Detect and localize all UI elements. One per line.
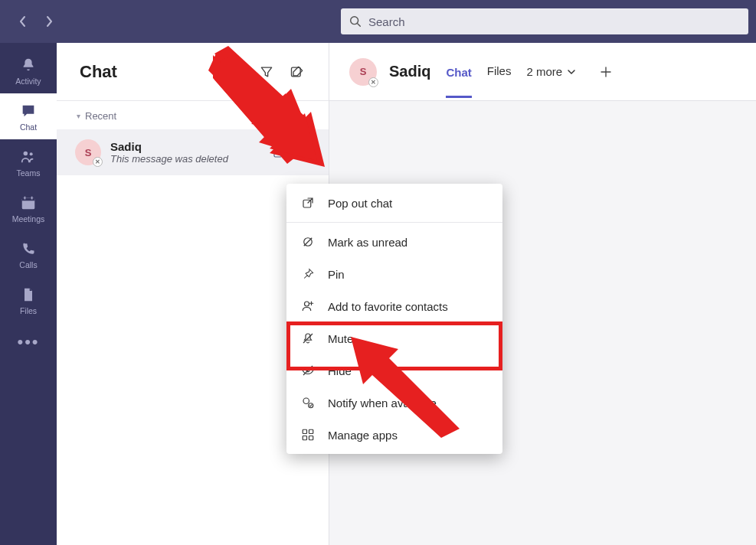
svg-point-13 [305, 302, 309, 306]
tab-files[interactable]: Files [487, 64, 512, 79]
svg-point-2 [24, 151, 28, 155]
ellipsis-icon: ••• [17, 332, 39, 352]
menu-pin[interactable]: Pin [286, 258, 502, 290]
search-placeholder: Search [368, 15, 405, 28]
menu-mark-unread[interactable]: Mark as unread [286, 226, 502, 258]
menu-label: Mute [328, 332, 353, 345]
chevron-left-icon [18, 15, 28, 28]
unread-icon [300, 234, 316, 250]
rail-label: Activity [15, 77, 41, 86]
file-icon [19, 286, 38, 304]
rail-item-calls[interactable]: Calls [0, 231, 57, 277]
teams-icon [19, 148, 38, 166]
menu-hide[interactable]: Hide [286, 354, 502, 387]
search-input[interactable]: Search [341, 8, 748, 34]
search-icon [349, 15, 362, 28]
menu-separator [286, 222, 502, 223]
chevron-right-icon [44, 15, 54, 28]
bell-icon [19, 56, 38, 74]
avatar-initial: S [360, 66, 367, 77]
menu-label: Mark as unread [328, 236, 407, 249]
svg-line-1 [358, 24, 361, 27]
rail-label: Files [20, 306, 37, 315]
chevron-down-icon [567, 67, 576, 77]
app-rail: Activity Chat Teams Meetings Calls [0, 43, 57, 545]
pin-icon [300, 266, 316, 282]
menu-notify-available[interactable]: Notify when available [286, 387, 502, 419]
notify-icon [300, 395, 316, 410]
svg-rect-5 [22, 197, 35, 201]
tab-chat[interactable]: Chat [446, 66, 471, 98]
avatar-initial: S [85, 147, 92, 158]
svg-rect-19 [303, 429, 306, 433]
svg-point-17 [303, 398, 309, 404]
svg-point-3 [30, 152, 33, 155]
rail-label: Meetings [12, 214, 45, 224]
hide-icon [300, 363, 316, 378]
add-tab-button[interactable] [599, 65, 613, 79]
svg-rect-20 [309, 429, 313, 433]
rail-label: Teams [17, 168, 41, 178]
phone-icon [19, 240, 38, 258]
menu-label: Manage apps [328, 429, 398, 442]
chat-context-menu: Pop out chat Mark as unread Pin Add to f… [286, 184, 502, 454]
rail-item-files[interactable]: Files [0, 277, 57, 323]
plus-icon [599, 65, 613, 79]
rail-item-activity[interactable]: Activity [0, 47, 57, 93]
menu-manage-apps[interactable]: Manage apps [286, 419, 502, 451]
tab-more[interactable]: 2 more [526, 65, 576, 78]
mute-icon [300, 331, 316, 346]
rail-item-chat[interactable]: Chat [0, 93, 57, 139]
menu-mute[interactable]: Mute [286, 322, 502, 354]
menu-label: Hide [328, 364, 352, 377]
presence-offline-icon: ✕ [368, 77, 378, 87]
menu-add-favorite[interactable]: Add to favorite contacts [286, 290, 502, 322]
nav-back-button[interactable] [12, 11, 34, 32]
titlebar: Search [0, 0, 756, 43]
tab-more-label: 2 more [526, 65, 562, 78]
menu-label: Pin [328, 268, 345, 281]
chat-icon [19, 102, 38, 120]
avatar: S ✕ [349, 58, 377, 86]
menu-label: Notify when available [328, 397, 437, 410]
rail-label: Calls [19, 260, 37, 269]
rail-label: Chat [20, 122, 37, 132]
avatar: S ✕ [75, 139, 101, 165]
rail-more-button[interactable]: ••• [0, 323, 57, 361]
svg-rect-22 [309, 436, 313, 440]
rail-item-teams[interactable]: Teams [0, 139, 57, 185]
conversation-header: S ✕ Sadiq Chat Files 2 more [329, 43, 756, 101]
apps-icon [300, 427, 316, 442]
presence-offline-icon: ✕ [93, 157, 103, 167]
page-title: Chat [80, 62, 117, 82]
svg-rect-21 [303, 436, 306, 440]
caret-down-icon[interactable]: ▾ [77, 112, 80, 120]
conversation-title: Sadiq [389, 63, 430, 80]
add-contact-icon [300, 299, 316, 314]
section-recent-label: Recent [85, 110, 116, 122]
svg-line-14 [303, 334, 313, 343]
calendar-icon [19, 194, 38, 212]
nav-forward-button[interactable] [38, 11, 60, 32]
svg-point-0 [351, 17, 358, 24]
menu-label: Add to favorite contacts [328, 300, 448, 313]
rail-item-meetings[interactable]: Meetings [0, 185, 57, 231]
